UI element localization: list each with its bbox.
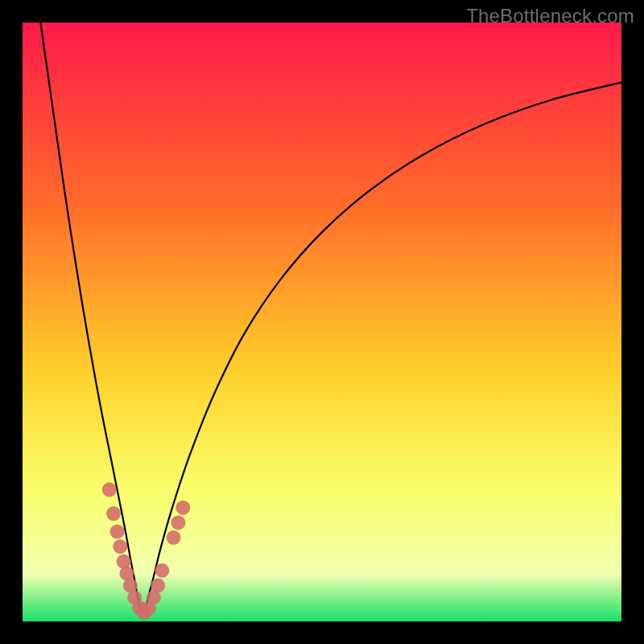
bottleneck-curve [40,23,621,613]
plot-area [23,23,621,621]
curve-marker [106,506,121,521]
watermark-label: TheBottleneck.com [466,5,634,27]
curve-marker [175,501,190,515]
curve-markers [102,482,191,620]
curve-marker [155,564,169,578]
curve-marker [113,539,127,554]
curve-marker [171,515,185,530]
curve-marker [166,530,180,545]
curve-marker [151,578,165,592]
curve-marker [102,482,117,497]
chart-frame: TheBottleneck.com [0,0,644,644]
curve-marker [110,524,125,539]
chart-curve-layer [23,23,621,621]
